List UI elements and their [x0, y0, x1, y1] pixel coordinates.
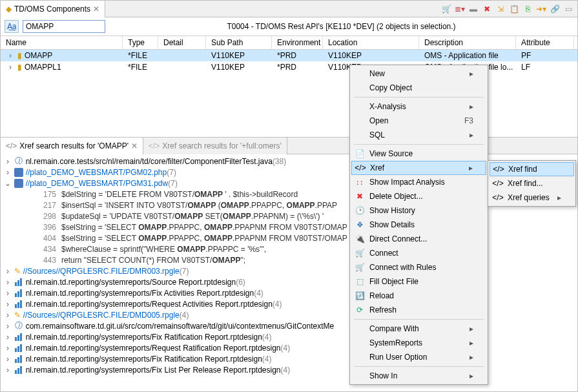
- menu-label: Reload: [369, 291, 394, 300]
- menu-icon: ᎓᎓: [354, 177, 366, 187]
- menu-item[interactable]: 📄View Source: [351, 147, 486, 161]
- menu-item[interactable]: SystemReports▸: [351, 336, 486, 350]
- menu-item[interactable]: 🛒Connect with Rules: [351, 260, 486, 274]
- expander-icon[interactable]: ›: [3, 311, 12, 320]
- col-loc[interactable]: Location: [323, 36, 419, 49]
- expander-icon[interactable]: ›: [3, 289, 12, 298]
- menu-item[interactable]: 🕑Show History: [351, 203, 486, 218]
- tree-row[interactable]: › nl.remain.td.reporting/systemreports/R…: [1, 342, 577, 353]
- tree-row[interactable]: 434$whereClause = sprintf("WHERE OMAPP.P…: [1, 243, 577, 254]
- tree-row[interactable]: 298$updateSql = 'UPDATE V80TST/OMAPP SET…: [1, 211, 577, 222]
- table-row[interactable]: ›▮OMAPP*FILEV110KEP*PRDV110KEPOMS - Appl…: [1, 50, 577, 61]
- grid-body: ›▮OMAPP*FILEV110KEP*PRDV110KEPOMS - Appl…: [1, 50, 577, 73]
- tree-row[interactable]: 443return "SELECT COUNT(*) FROM V80TST/O…: [1, 254, 577, 265]
- col-name[interactable]: Name: [1, 36, 123, 49]
- expander-icon[interactable]: ›: [6, 51, 15, 60]
- top-tab-bar: ◆ TD/OMS Components ✕ 🛒 ≣▾ ▬ ✖ ⇲ 📋 ⎘ ➜▾ …: [1, 1, 577, 17]
- filter-toggle[interactable]: A͟a: [5, 20, 19, 33]
- filter-row: A͟a T0004 - TD/OMS Rest API's [KE110 *DE…: [1, 17, 577, 36]
- expander-icon[interactable]: ›: [3, 322, 12, 331]
- tree-row[interactable]: › nl.remain.td.reporting/systemreports/F…: [1, 364, 577, 375]
- expander-icon[interactable]: ›: [3, 267, 12, 276]
- filter-input[interactable]: [23, 20, 105, 33]
- menu-item[interactable]: Run User Option▸: [351, 350, 486, 364]
- tree-row[interactable]: › nl.remain.td.reporting/systemreports/S…: [1, 276, 577, 287]
- tree-row[interactable]: › nl.remain.td.reporting/systemreports/F…: [1, 331, 577, 342]
- tree-row[interactable]: › ✎ //Sources//QRPGLESRC.FILE/DMD005.rpg…: [1, 309, 577, 320]
- svg-rect-14: [20, 344, 22, 352]
- tree-row[interactable]: 404$selString = 'SELECT OMAPP.PPAPPC, OM…: [1, 232, 577, 243]
- components-tab[interactable]: ◆ TD/OMS Components ✕: [1, 1, 105, 17]
- close-icon[interactable]: ✕: [93, 5, 99, 14]
- menu-item[interactable]: 🔌Direct Connect...: [351, 232, 486, 246]
- menu-item[interactable]: </>Xref find: [490, 162, 574, 176]
- menu-item[interactable]: Copy Object: [351, 81, 486, 95]
- col-detail[interactable]: Detail: [158, 36, 206, 49]
- menu-item[interactable]: ᎓᎓Show Impact Analysis: [351, 175, 486, 189]
- expander-icon[interactable]: ›: [3, 157, 12, 166]
- collapse-icon[interactable]: ▬: [468, 4, 479, 14]
- menu-item[interactable]: </>Xref▸: [351, 161, 486, 175]
- menu-item[interactable]: ⟳Refresh: [351, 303, 486, 317]
- col-env[interactable]: Environment: [272, 36, 323, 49]
- menu-item[interactable]: OpenF3: [351, 114, 486, 128]
- match-count: (7): [167, 168, 176, 177]
- menu-item[interactable]: ❖Show Details: [351, 218, 486, 232]
- line-number: 443: [33, 256, 56, 265]
- menu-icon: [354, 116, 366, 126]
- tree-row[interactable]: › nl.remain.td.reporting/systemreports/F…: [1, 353, 577, 364]
- tree-row[interactable]: › nl.remain.td.reporting/systemreports/R…: [1, 298, 577, 309]
- col-desc[interactable]: Description: [419, 36, 516, 49]
- menu-item[interactable]: Compare With▸: [351, 322, 486, 336]
- link-icon[interactable]: 🔗: [550, 4, 560, 14]
- tree-row[interactable]: › Ⓙ com.remainsoftware.td.git.ui/src/com…: [1, 320, 577, 331]
- svg-rect-11: [20, 333, 22, 341]
- compare-icon[interactable]: ⎘: [522, 4, 533, 14]
- page-icon[interactable]: ▭: [563, 4, 573, 14]
- menu-item[interactable]: </>Xref queries▸: [490, 191, 574, 205]
- xref-tab-active[interactable]: </> Xref search results for 'OMAPP' ✕: [1, 138, 143, 154]
- close-icon[interactable]: ✕: [131, 141, 138, 150]
- expander-icon[interactable]: ›: [3, 355, 12, 364]
- menu-label: Show Details: [369, 220, 415, 229]
- list-icon[interactable]: ≣▾: [455, 4, 465, 14]
- export-icon[interactable]: ⇲: [495, 4, 506, 14]
- expander-icon[interactable]: ›: [3, 278, 12, 287]
- cart-icon[interactable]: 🛒: [441, 4, 451, 14]
- line-number: 396: [33, 223, 56, 232]
- menu-item[interactable]: ⬚Fill Object File: [351, 274, 486, 289]
- menu-item[interactable]: 🛒Connect: [351, 246, 486, 260]
- copy-icon[interactable]: 📋: [509, 4, 519, 14]
- col-type[interactable]: Type: [123, 36, 158, 49]
- col-subpath[interactable]: Sub Path: [206, 36, 272, 49]
- expander-icon[interactable]: ›: [3, 333, 12, 342]
- tree-label: nl.remain.td.reporting/systemreports/Fix…: [26, 333, 262, 342]
- menu-item[interactable]: 🔃Reload: [351, 289, 486, 303]
- menu-item[interactable]: New▸: [351, 67, 486, 81]
- menu-item[interactable]: Show In▸: [351, 369, 486, 383]
- svg-rect-0: [15, 282, 17, 286]
- expander-icon[interactable]: ›: [3, 300, 12, 309]
- expander-icon[interactable]: ›: [3, 344, 12, 353]
- expander-icon[interactable]: ⌄: [3, 179, 12, 188]
- row-attr: PF: [516, 51, 574, 60]
- tree-row[interactable]: 396$selString = 'SELECT OMAPP.PPAPPC, OM…: [1, 222, 577, 232]
- expander-icon[interactable]: ›: [3, 168, 12, 177]
- menu-item[interactable]: X-Analysis▸: [351, 99, 486, 114]
- table-row[interactable]: ›▮OMAPPL1*FILEV110KEP*PRDV110KEPOMS - Ap…: [1, 61, 577, 73]
- tree-row[interactable]: › nl.remain.td.reporting/systemreports/F…: [1, 287, 577, 298]
- arrow-icon[interactable]: ➜▾: [536, 4, 546, 14]
- expander-icon[interactable]: ›: [3, 366, 12, 375]
- menu-item[interactable]: ✖Delete Object...: [351, 189, 486, 203]
- menu-item[interactable]: </>Xref find...: [490, 176, 574, 191]
- menu-label: Refresh: [369, 305, 397, 315]
- menu-icon: ⟳: [354, 305, 366, 315]
- col-attr[interactable]: Attribute: [516, 36, 574, 49]
- tree-row[interactable]: › ✎ //Sources//QRPGLESRC.FILE/DMR003.rpg…: [1, 265, 577, 276]
- menu-item[interactable]: SQL▸: [351, 128, 486, 142]
- expander-icon[interactable]: ›: [6, 63, 15, 72]
- tree-label: nl.remain.core.tests/src/nl/remain/td/co…: [26, 157, 273, 166]
- xref-tab-inactive[interactable]: </> Xref search results for '+full:omers…: [143, 138, 287, 154]
- row-env: *PRD: [272, 63, 323, 72]
- remove-icon[interactable]: ✖: [482, 4, 492, 14]
